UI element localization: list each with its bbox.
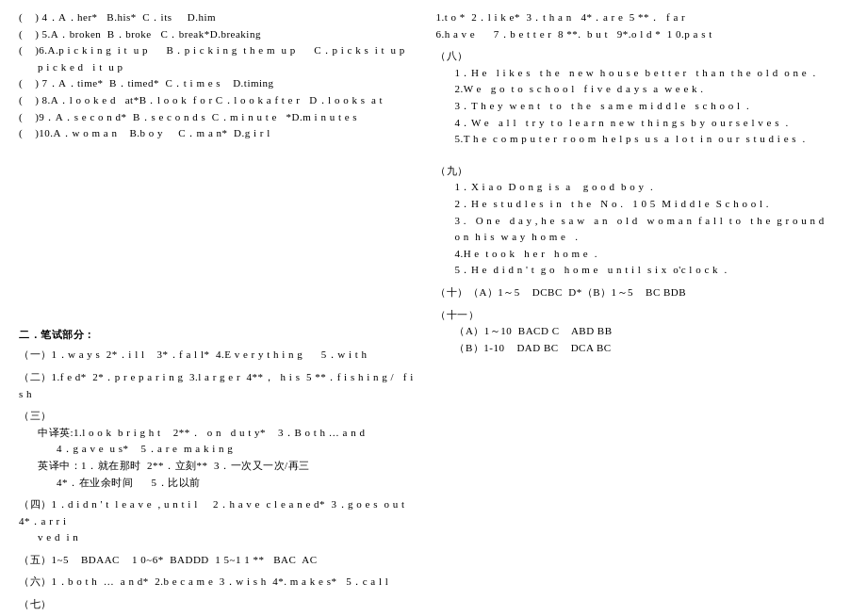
section-8-title: （八） <box>435 48 833 65</box>
fill-line-1: 1.t o * 2．l i k e* 3．t h a n 4*．a r e 5 … <box>435 9 833 26</box>
mcq-section-left: ( ) 4．A．her* B.his* C．its D.him ( ) 5.A．… <box>19 9 417 142</box>
writing-sub3-line2: 4．g a v e u s* 5．a r e m a k i n g <box>19 441 417 458</box>
section-9-line2: 2．H e s t u d l e s i n t h e N o . 1 0 … <box>435 196 833 213</box>
writing-sub3-line4: 4*．在业余时间 5．比以前 <box>19 475 417 492</box>
mcq-line-9: ( )9．A．s e c o n d* B．s e c o n d s C．m … <box>19 109 417 126</box>
section-11-lineB: （B）1-10 DAD BC DCA BC <box>435 340 833 357</box>
section-11-title: （十一） <box>435 307 833 324</box>
section-9-line4: 4.H e t o o k h e r h o m e . <box>435 246 833 263</box>
mcq-line-7: ( ) 7．A．time* B．timed* C．t i m e s D.tim… <box>19 75 417 92</box>
writing-sub5-line: （五）1~5 BDAAC 1 0~6* BADDD 1 5~1 1 ** BAC… <box>19 552 417 569</box>
section-9-line3: 3 . O n e d a y , h e s a w a n o l d w … <box>435 213 833 246</box>
fill-line-2: 6.h a v e 7．b e t t e r 8 **. b u t 9*.o… <box>435 26 833 43</box>
section-8-line5: 5.T h e c o m p u t e r r o o m h e l p … <box>435 131 833 148</box>
section-9-title: （九） <box>435 163 833 180</box>
section-10-line: （十）（A）1～5 DCBC D*（B）1～5 BC BDB <box>435 284 833 301</box>
writing-sub4-line: （四）1．d i d n ' t l e a v e , u n t i l 2… <box>19 496 417 529</box>
writing-sub4-line2: v e d i n <box>19 529 417 546</box>
mcq-line-8: ( ) 8.A．l o o k e d at*B．l o o k f o r C… <box>19 92 417 109</box>
section-9: （九） 1．X i a o D o n g i s a g o o d b o … <box>435 163 833 279</box>
writing-sub5: （五）1~5 BDAAC 1 0~6* BADDD 1 5~1 1 ** BAC… <box>19 552 417 569</box>
right-column: 1.t o * 2．l i k e* 3．t h a n 4*．a r e 5 … <box>435 9 833 616</box>
section-9-line5: 5．H e d i d n ' t g o h o m e u n t i l … <box>435 262 833 279</box>
section-8: （八） 1．H e l i k e s t h e n e w h o u s … <box>435 48 833 148</box>
writing-sub3-line1: 中译英:1.l o o k b r i g h t 2**． o n d u t… <box>19 425 417 442</box>
page-container: ( ) 4．A．her* B.his* C．its D.him ( ) 5.A．… <box>19 9 848 616</box>
writing-sub7: （七） <box>19 596 417 613</box>
writing-sub1-line: （一）1．w a y s 2*．i l l 3*．f a l l* 4.E v … <box>19 347 417 364</box>
mcq-line-5: ( ) 5.A．broken B．broke C．break*D.breakin… <box>19 26 417 43</box>
writing-sub3: （三） 中译英:1.l o o k b r i g h t 2**． o n d… <box>19 408 417 491</box>
left-column: ( ) 4．A．her* B.his* C．its D.him ( ) 5.A．… <box>19 9 417 616</box>
section-8-line3: 3．T h e y w e n t t o t h e s a m e m i … <box>435 98 833 115</box>
writing-sub4: （四）1．d i d n ' t l e a v e , u n t i l 2… <box>19 496 417 546</box>
writing-sub3-line3: 英译中：1．就在那时 2**．立刻** 3．一次又一次/再三 <box>19 458 417 475</box>
mcq-line-4: ( ) 4．A．her* B.his* C．its D.him <box>19 9 417 26</box>
writing-sub6-line: （六）1．b o t h … a n d* 2.b e c a m e 3．w … <box>19 574 417 591</box>
section-11: （十一） （A）1～10 BACD C ABD BB （B）1-10 DAD B… <box>435 307 833 357</box>
writing-sub2: （二）1.f e d* 2*．p r e p a r i n g 3.l a r… <box>19 369 417 402</box>
section-11-lineA: （A）1～10 BACD C ABD BB <box>435 323 833 340</box>
section-9-line1: 1．X i a o D o n g i s a g o o d b o y . <box>435 179 833 196</box>
section-8-line2: 2.W e g o t o s c h o o l f i v e d a y … <box>435 81 833 98</box>
mcq-line-6b: p i c k e d i t u p <box>19 59 417 76</box>
writing-sub3-label: （三） <box>19 408 417 425</box>
section-8-line4: 4．W e a l l t r y t o l e a r n n e w t … <box>435 115 833 132</box>
writing-sub2-line: （二）1.f e d* 2*．p r e p a r i n g 3.l a r… <box>19 369 417 402</box>
mcq-line-10: ( )10.A．w o m a n B.b o y C．m a n* D.g i… <box>19 125 417 142</box>
writing-title: 二．笔试部分： <box>19 327 417 344</box>
section-10: （十）（A）1～5 DCBC D*（B）1～5 BC BDB <box>435 284 833 301</box>
writing-sub6: （六）1．b o t h … a n d* 2.b e c a m e 3．w … <box>19 574 417 591</box>
writing-section: 二．笔试部分： （一）1．w a y s 2*．i l l 3*．f a l l… <box>19 327 417 613</box>
writing-sub1: （一）1．w a y s 2*．i l l 3*．f a l l* 4.E v … <box>19 347 417 364</box>
section-8-line1: 1．H e l i k e s t h e n e w h o u s e b … <box>435 65 833 82</box>
writing-sub7-label: （七） <box>19 596 417 613</box>
mcq-line-6a: ( )6.A.p i c k i n g i t u p B．p i c k i… <box>19 42 417 59</box>
fill-section: 1.t o * 2．l i k e* 3．t h a n 4*．a r e 5 … <box>435 9 833 42</box>
